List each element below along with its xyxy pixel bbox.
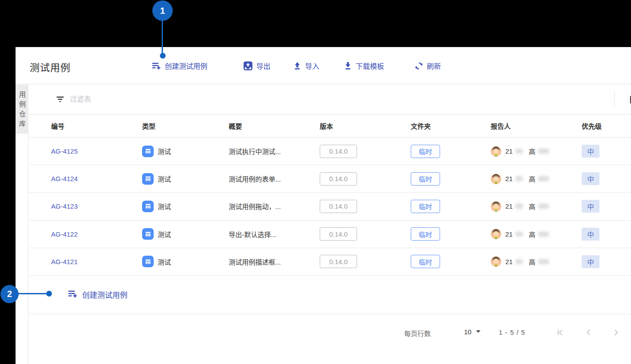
sidebar-tab-case-repository[interactable]: 用例仓库 bbox=[16, 85, 28, 134]
test-type-icon bbox=[142, 228, 154, 240]
priority-badge[interactable]: 中 bbox=[582, 200, 599, 213]
table-row[interactable]: AG-4125 测试 测试执行中测试... 0.14.0 临时 bbox=[29, 138, 631, 165]
folder-badge[interactable]: 临时 bbox=[411, 255, 440, 268]
redacted-text bbox=[516, 176, 523, 181]
redacted-text bbox=[516, 259, 523, 264]
annotation-line-2 bbox=[18, 293, 47, 294]
pagination-bar: 每页行数 10 1 - 5 / 5 bbox=[29, 314, 631, 363]
case-type-label: 测试 bbox=[158, 257, 171, 266]
case-id-link[interactable]: AG-4122 bbox=[51, 230, 142, 238]
case-id-link[interactable]: AG-4121 bbox=[51, 258, 142, 265]
version-field[interactable]: 0.14.0 bbox=[320, 145, 357, 158]
case-summary[interactable]: 测试用例拖动，... bbox=[229, 202, 320, 211]
reporter-avatar bbox=[491, 229, 501, 239]
case-summary[interactable]: 测试用例描述框... bbox=[229, 257, 320, 266]
table-row[interactable]: AG-4124 测试 测试用例的表单... 0.14.0 临时 bbox=[29, 165, 631, 193]
case-type-label: 测试 bbox=[158, 229, 171, 239]
table-row[interactable]: AG-4121 测试 测试用例描述框... 0.14.0 临时 bbox=[29, 248, 631, 276]
export-icon bbox=[243, 61, 253, 71]
case-summary[interactable]: 测试执行中测试... bbox=[229, 146, 320, 156]
create-test-case-button[interactable]: 创建测试用例 bbox=[151, 60, 207, 71]
test-type-icon bbox=[142, 173, 154, 185]
column-header-version[interactable]: 版本 bbox=[320, 121, 411, 131]
pagination-range: 1 - 5 / 5 bbox=[499, 328, 525, 336]
reporter-avatar bbox=[491, 146, 501, 157]
column-header-id[interactable]: 编号 bbox=[51, 121, 142, 131]
first-page-button[interactable] bbox=[556, 328, 565, 337]
refresh-button[interactable]: 刷新 bbox=[414, 60, 441, 71]
column-header-summary[interactable]: 概要 bbox=[229, 121, 320, 131]
test-type-icon bbox=[142, 201, 154, 212]
case-type-cell: 测试 bbox=[142, 201, 229, 212]
annotation-badge-1: 1 bbox=[152, 0, 173, 21]
case-id-link[interactable]: AG-4123 bbox=[51, 202, 142, 210]
folder-badge[interactable]: 临时 bbox=[411, 227, 440, 241]
side-strip: 用例仓库 bbox=[16, 85, 28, 364]
reporter-id-prefix: 21 bbox=[505, 175, 513, 182]
folder-badge[interactable]: 临时 bbox=[411, 172, 440, 186]
annotation-line-1 bbox=[162, 20, 163, 54]
folder-badge[interactable]: 临时 bbox=[411, 200, 440, 213]
export-button[interactable]: 导出 bbox=[243, 60, 270, 71]
redacted-text bbox=[538, 259, 549, 264]
rows-per-page-label: 每页行数 bbox=[404, 328, 431, 338]
table-header-row: 编号 类型 概要 版本 文件夹 报告人 优先级 bbox=[29, 115, 631, 138]
case-id-link[interactable]: AG-4125 bbox=[51, 147, 142, 155]
redacted-text bbox=[538, 176, 549, 181]
reporter-name-prefix: 高 bbox=[529, 229, 536, 239]
reporter-cell: 21 高 bbox=[491, 174, 582, 184]
version-field[interactable]: 0.14.0 bbox=[320, 172, 357, 186]
case-type-cell: 测试 bbox=[142, 228, 229, 240]
export-label: 导出 bbox=[256, 60, 270, 71]
previous-page-button[interactable] bbox=[584, 328, 594, 337]
column-settings-button[interactable] bbox=[628, 94, 631, 105]
folder-badge[interactable]: 临时 bbox=[411, 145, 440, 158]
reporter-avatar bbox=[491, 256, 501, 267]
table-row[interactable]: AG-4122 测试 导出-默认选择... 0.14.0 临时 bbox=[29, 221, 631, 248]
column-header-reporter[interactable]: 报告人 bbox=[491, 121, 582, 131]
filter-input[interactable] bbox=[70, 92, 594, 107]
priority-badge[interactable]: 中 bbox=[582, 255, 599, 268]
rows-per-page-value: 10 bbox=[464, 328, 472, 336]
priority-badge[interactable]: 中 bbox=[582, 172, 599, 185]
reporter-cell: 21 高 bbox=[491, 146, 582, 157]
column-header-folder[interactable]: 文件夹 bbox=[411, 121, 491, 131]
column-header-priority[interactable]: 优先级 bbox=[582, 121, 631, 131]
reporter-avatar bbox=[491, 174, 501, 184]
upload-icon bbox=[293, 61, 302, 71]
case-id-link[interactable]: AG-4124 bbox=[51, 175, 142, 182]
reporter-id-prefix: 21 bbox=[505, 202, 513, 210]
test-type-icon bbox=[142, 256, 154, 267]
redacted-text bbox=[538, 232, 549, 237]
column-header-type[interactable]: 类型 bbox=[142, 121, 229, 131]
rows-per-page-select[interactable]: 10 bbox=[464, 328, 480, 336]
reporter-cell: 21 高 bbox=[491, 201, 582, 212]
case-type-label: 测试 bbox=[158, 146, 171, 156]
redacted-text bbox=[516, 204, 523, 209]
test-type-icon bbox=[142, 146, 154, 157]
next-page-button[interactable] bbox=[611, 328, 621, 337]
priority-badge[interactable]: 中 bbox=[582, 145, 599, 158]
case-type-label: 测试 bbox=[158, 202, 171, 211]
priority-badge[interactable]: 中 bbox=[582, 228, 599, 241]
page-header: 测试用例 创建测试用例 导出 bbox=[16, 47, 631, 84]
playlist-add-icon bbox=[67, 288, 78, 301]
reporter-id-prefix: 21 bbox=[505, 258, 513, 265]
table-row[interactable]: AG-4123 测试 测试用例拖动，... 0.14.0 临时 bbox=[29, 193, 631, 220]
filter-icon bbox=[56, 95, 65, 106]
redacted-text bbox=[538, 204, 549, 209]
case-summary[interactable]: 测试用例的表单... bbox=[229, 174, 320, 183]
version-field[interactable]: 0.14.0 bbox=[320, 255, 357, 268]
download-icon bbox=[343, 61, 353, 71]
reporter-name-prefix: 高 bbox=[529, 257, 536, 266]
version-field[interactable]: 0.14.0 bbox=[320, 200, 357, 213]
import-button[interactable]: 导入 bbox=[293, 60, 319, 71]
redacted-text bbox=[516, 232, 523, 237]
create-test-case-label: 创建测试用例 bbox=[165, 60, 207, 71]
download-template-button[interactable]: 下载模板 bbox=[343, 60, 384, 71]
filter-bar bbox=[29, 85, 631, 115]
create-test-case-inline-button[interactable]: 创建测试用例 bbox=[67, 288, 127, 301]
case-summary[interactable]: 导出-默认选择... bbox=[229, 229, 320, 239]
case-type-cell: 测试 bbox=[142, 146, 229, 157]
version-field[interactable]: 0.14.0 bbox=[320, 227, 357, 241]
